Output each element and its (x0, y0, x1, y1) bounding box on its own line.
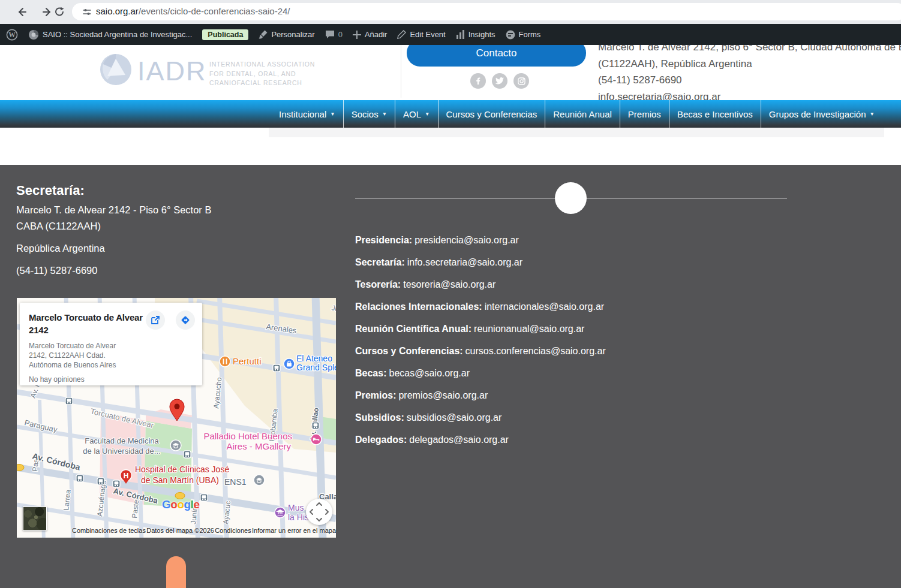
email-link[interactable]: internacionales@saio.org.ar (485, 301, 604, 312)
plus-icon (353, 31, 361, 39)
nav-grupos[interactable]: Grupos de Investigación▼ (761, 100, 882, 128)
email-link[interactable]: presidencia@saio.org.ar (415, 235, 519, 245)
iadr-logo-icon (100, 53, 132, 86)
email-link[interactable]: reunionanual@saio.org.ar (474, 324, 584, 334)
poi-label[interactable]: ENS1 (224, 477, 247, 487)
nav-socios[interactable]: Socios▼ (344, 100, 395, 128)
map-card-title: Marcelo Torcuato de Alvear2142 (29, 311, 149, 336)
school-poi-icon[interactable] (254, 475, 265, 486)
terms-link[interactable]: Condiciones (215, 527, 251, 534)
contact-delegados: Delegados:delegados@saio.org.ar (355, 435, 606, 457)
map-info-card: Marcelo Torcuato de Alvear2142 Marcelo T… (20, 303, 202, 385)
shopping-poi-icon[interactable] (284, 358, 295, 369)
url-path: /events/ciclo-de-conferencias-saio-24/ (139, 6, 290, 16)
site-menu-item[interactable]: SAIO :: Sociedad Argentina de Investigac… (28, 29, 192, 40)
museum-poi-icon[interactable] (275, 507, 286, 518)
contact-label: Subsidios: (355, 412, 404, 423)
contact-label: Cursos y Conferencias: (355, 346, 463, 356)
contact-becas: Becas:becas@saio.org.ar (355, 368, 606, 390)
reviews-text[interactable]: No hay opiniones (29, 375, 202, 384)
poi-label[interactable]: Hospital de Clínicas José (135, 465, 229, 474)
school-poi-icon[interactable] (170, 440, 181, 451)
contact-secretaria: Secretaría:info.secretaria@saio.org.ar (355, 257, 606, 279)
wp-admin-bar: W SAIO :: Sociedad Argentina de Investig… (0, 24, 901, 45)
map-card-title-line: Marcelo Torcuato de Alvear (29, 312, 143, 322)
satellite-thumbnail[interactable] (23, 506, 47, 530)
poi-label[interactable]: de la Universidad de... (83, 447, 160, 456)
forward-icon[interactable] (42, 7, 53, 17)
add-new-menu-item[interactable]: Añadir (353, 30, 388, 39)
poi-label[interactable]: de San Martín (UBA) (141, 475, 219, 485)
google-letter: G (162, 498, 170, 511)
svg-text:H: H (124, 472, 129, 480)
google-letter: o (170, 498, 177, 511)
nav-reunion[interactable]: Reunión Anual (545, 100, 620, 128)
poi-label[interactable]: Grand Sple (296, 363, 336, 372)
poi-label[interactable]: Facultad de Medicina (85, 436, 159, 445)
contact-cursos: Cursos y Conferencias:cursos.conferencia… (355, 346, 606, 368)
header-address: Marcelo T. de Alvear 2142, piso 6° Secto… (598, 39, 901, 105)
directions-button[interactable] (176, 310, 195, 330)
footer-address: Marcelo T. de Alvear 2142 - Piso 6° Sect… (16, 202, 211, 285)
forms-menu-item[interactable]: Forms (506, 30, 541, 40)
forms-icon (506, 30, 515, 40)
map-card-address-line: 2142, C1122AAH Cdad. (29, 351, 202, 360)
reload-icon[interactable] (54, 7, 65, 17)
main-nav: Institucional▼ Socios▼ AOL▼ Cursos y Con… (0, 100, 901, 128)
hotel-poi-icon[interactable] (311, 434, 322, 445)
edit-event-menu-item[interactable]: Edit Event (397, 30, 445, 39)
page-footer: Secretaría: Marcelo T. de Alvear 2142 - … (0, 165, 901, 588)
chevron-down-icon: ▼ (870, 111, 875, 117)
keyboard-shortcuts-link[interactable]: Combinaciones de teclas (72, 527, 146, 534)
nav-institucional[interactable]: Institucional▼ (271, 100, 344, 128)
contact-label: Reunión Científica Anual: (355, 324, 471, 334)
nav-cursos[interactable]: Cursos y Conferencias (439, 100, 546, 128)
email-link[interactable]: subsidios@saio.org.ar (407, 412, 502, 423)
url-text[interactable]: saio.org.ar/events/ciclo-de-conferencias… (96, 6, 290, 16)
insights-menu-item[interactable]: Insights (456, 30, 495, 39)
restaurant-poi-icon[interactable] (220, 356, 230, 367)
wordpress-logo-icon[interactable]: W (6, 29, 18, 41)
customize-menu-item[interactable]: Personalizar (259, 30, 314, 39)
email-link[interactable]: cursos.conferencias@saio.org.ar (465, 346, 606, 356)
email-link[interactable]: becas@saio.org.ar (389, 368, 470, 378)
site-header: IADR INTERNATIONAL ASSOCIATION FOR DENTA… (0, 37, 901, 100)
footer-address-line: CABA (C1122AAH) (16, 221, 101, 231)
contact-tesoreria: Tesorería:tesoreria@saio.org.ar (355, 279, 606, 301)
poi-label[interactable]: Aires - MGallery (226, 441, 291, 451)
poi-label[interactable]: El Ateneo (296, 354, 332, 363)
nav-premios[interactable]: Premios (620, 100, 669, 128)
email-link[interactable]: delegados@saio.org.ar (409, 435, 509, 445)
iadr-logo-text: IADR (137, 56, 207, 87)
facebook-icon[interactable] (470, 73, 486, 89)
contact-label: Secretaría: (355, 257, 405, 267)
nav-aol[interactable]: AOL▼ (395, 100, 438, 128)
open-in-new-button[interactable] (146, 310, 165, 330)
instagram-icon[interactable] (513, 73, 529, 89)
chevron-down-icon: ▼ (330, 111, 335, 117)
map-data-link[interactable]: Datos del mapa ©2026 (146, 527, 214, 534)
twitter-icon[interactable] (492, 73, 507, 89)
email-link[interactable]: info.secretaria@saio.org.ar (407, 257, 522, 267)
browser-toolbar: saio.org.ar/events/ciclo-de-conferencias… (0, 0, 901, 24)
email-link[interactable]: premios@saio.org.ar (398, 390, 488, 400)
scroll-indicator-button[interactable] (166, 556, 186, 588)
footer-address-line: Marcelo T. de Alvear 2142 - Piso 6° Sect… (16, 204, 211, 215)
google-map[interactable]: Ju Arenales Junin Ayacucho Riobamba Av. … (17, 298, 336, 538)
email-link[interactable]: tesoreria@saio.org.ar (403, 279, 495, 290)
map-card-title-line: 2142 (29, 325, 49, 335)
nav-becas[interactable]: Becas e Incentivos (669, 100, 761, 128)
site-info-icon[interactable] (82, 7, 92, 17)
brush-icon (259, 30, 268, 39)
comments-menu-item[interactable]: 0 (325, 30, 343, 39)
google-letter: e (193, 498, 199, 511)
contact-label: Delegados: (355, 435, 407, 445)
poi-label[interactable]: Pertutti (233, 356, 262, 366)
contact-relaciones: Relaciones Internacionales:internacional… (355, 301, 606, 324)
poi-label[interactable]: Palladio Hotel Buenos (203, 431, 292, 441)
contact-label: Premios: (355, 390, 396, 400)
report-error-link[interactable]: Informar un error en el mapa (252, 527, 336, 534)
poi-label[interactable]: Mus (288, 503, 304, 512)
back-icon[interactable] (16, 7, 27, 17)
pan-control[interactable] (306, 499, 332, 525)
